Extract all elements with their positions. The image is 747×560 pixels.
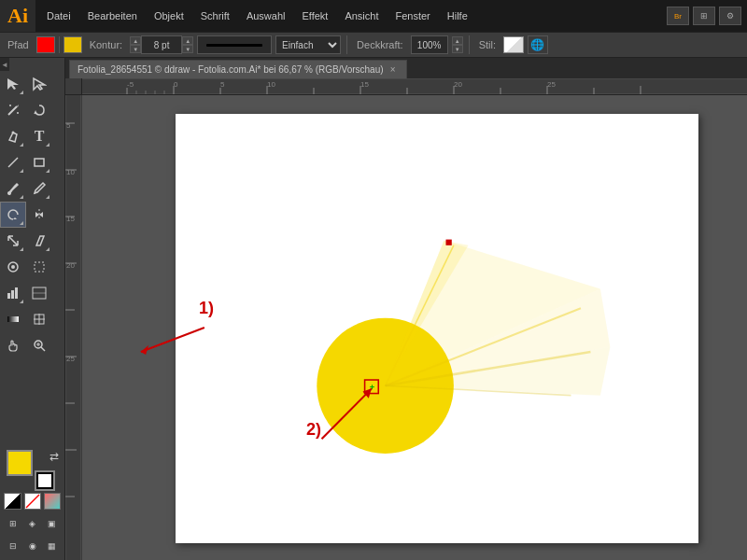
paintbrush-tool[interactable] [0,175,26,202]
puppet-warp-tool[interactable] [0,254,26,280]
column-graph-tool[interactable] [26,280,52,306]
globe-btn[interactable]: 🌐 [528,35,548,54]
menu-bar: Datei Bearbeiten Objekt Schrift Auswahl … [35,8,667,23]
deckkraft-up[interactable]: ▲ [452,36,463,45]
tool-row-1 [0,71,64,97]
extra-tools-row2: ⊟ ◉ ▦ [4,536,61,556]
kontur-up2[interactable]: ▲ [182,36,193,45]
kontur-down2[interactable]: ▼ [182,45,193,53]
annotation-2: 2) [306,420,321,440]
pen-tool[interactable] [0,123,26,149]
line-tool[interactable] [0,149,26,175]
extra-tool-6[interactable]: ▦ [43,536,61,556]
ruler-horizontal: -5 0 5 10 15 20 25 [82,78,747,95]
svg-line-0 [8,106,17,115]
tool-row-6 [0,202,64,228]
menu-bearbeiten[interactable]: Bearbeiten [80,8,145,23]
swap-colors-btn[interactable]: ⇄ [49,450,59,463]
kontur-label: Kontur: [86,39,126,50]
svg-point-1 [9,105,11,106]
extra-tool-2[interactable]: ◈ [23,513,41,534]
kontur-up[interactable]: ▲ [130,36,141,45]
scale-tool[interactable] [0,228,26,254]
type-tool[interactable]: T [26,123,52,149]
annotation-1: 1) [199,299,214,318]
svg-point-3 [12,132,15,134]
rotate-tool[interactable] [0,202,26,228]
kontur-spin[interactable]: ▲ ▼ [130,36,141,53]
menu-hilfe[interactable]: Hilfe [440,8,475,23]
none-fill-btn[interactable] [24,493,41,510]
magic-wand-tool[interactable] [0,97,26,123]
title-bar: Ai Datei Bearbeiten Objekt Schrift Auswa… [0,0,747,32]
deckkraft-input[interactable] [411,35,448,54]
style-swatch[interactable] [503,36,524,53]
menu-effekt[interactable]: Effekt [294,8,335,23]
rect-tool[interactable] [26,149,52,175]
shear-tool[interactable] [26,228,52,254]
ruler-corner [65,78,82,95]
pencil-tool[interactable] [26,175,52,202]
svg-point-9 [11,265,15,269]
hand-tool[interactable] [0,332,26,358]
menu-ansicht[interactable]: Ansicht [337,8,386,23]
fill-color-btn[interactable] [36,36,55,53]
gradient-tool[interactable] [0,306,26,332]
tool-row-3: T [0,123,64,149]
arrange-btn[interactable]: ⚙ [719,7,741,25]
fill-swatch[interactable] [7,450,33,476]
gradient-swatch-btn[interactable] [44,493,61,510]
svg-point-6 [7,191,11,195]
deckkraft-down[interactable]: ▼ [452,45,463,53]
toolbox: ◄ T [0,58,65,560]
doc-area: ◄ T [0,58,747,560]
menu-auswahl[interactable]: Auswahl [239,8,293,23]
tab-close-btn[interactable]: × [388,64,399,76]
graph-tool[interactable] [0,280,26,306]
selection-tool[interactable] [0,71,26,97]
extra-tool-4[interactable]: ⊟ [4,536,21,556]
zoom-tool[interactable] [26,332,52,358]
tab-bar: Fotolia_28654551 © ddraw - Fotolia.com.A… [65,58,747,78]
menu-datei[interactable]: Datei [39,8,78,23]
bridge-btn[interactable]: Br [667,7,689,25]
canvas-viewport[interactable]: + 1) 2) [82,95,747,560]
svg-rect-12 [11,290,14,299]
kontur-spin2[interactable]: ▲ ▼ [182,36,193,53]
title-icons: Br ⊞ ⚙ [667,7,747,25]
extra-tools-row: ⊞ ◈ ▣ [4,513,61,534]
app-logo: Ai [0,0,35,32]
extra-tool-5[interactable]: ◉ [23,536,41,556]
default-colors-btn[interactable] [4,493,21,510]
menu-fenster[interactable]: Fenster [388,8,437,23]
svg-marker-57 [141,345,148,355]
canvas-area: Fotolia_28654551 © ddraw - Fotolia.com.A… [65,58,747,560]
path-label: Pfad [4,39,33,50]
extra-tool-3[interactable]: ▣ [43,513,61,534]
ruler-row: -5 0 5 10 15 20 25 [65,78,747,95]
kontur-value[interactable] [141,35,182,54]
free-transform-tool[interactable] [26,254,52,280]
lasso-tool[interactable] [26,97,52,123]
view-btn[interactable]: ⊞ [693,7,715,25]
reflect-tool[interactable] [26,202,52,228]
direct-selection-tool[interactable] [26,71,52,97]
stil-label: Stil: [475,39,500,50]
art-canvas [176,114,698,543]
svg-point-2 [17,112,19,114]
menu-objekt[interactable]: Objekt [147,8,191,23]
document-tab[interactable]: Fotolia_28654551 © ddraw - Fotolia.com.A… [69,60,407,78]
mesh-tool[interactable] [26,306,52,332]
extra-tool-1[interactable]: ⊞ [4,513,21,534]
deckkraft-spin[interactable]: ▲ ▼ [452,36,463,53]
stroke-color-btn[interactable] [63,36,82,53]
svg-rect-5 [35,159,44,166]
ruler-v-svg [65,95,82,560]
toolbox-collapse[interactable]: ◄ [0,58,9,71]
tool-row-10 [0,306,64,332]
menu-schrift[interactable]: Schrift [193,8,237,23]
stroke-swatch[interactable] [35,470,55,491]
kontur-down[interactable]: ▼ [130,45,141,53]
stroke-style-select[interactable]: Einfach [275,35,341,54]
svg-rect-10 [35,262,44,272]
